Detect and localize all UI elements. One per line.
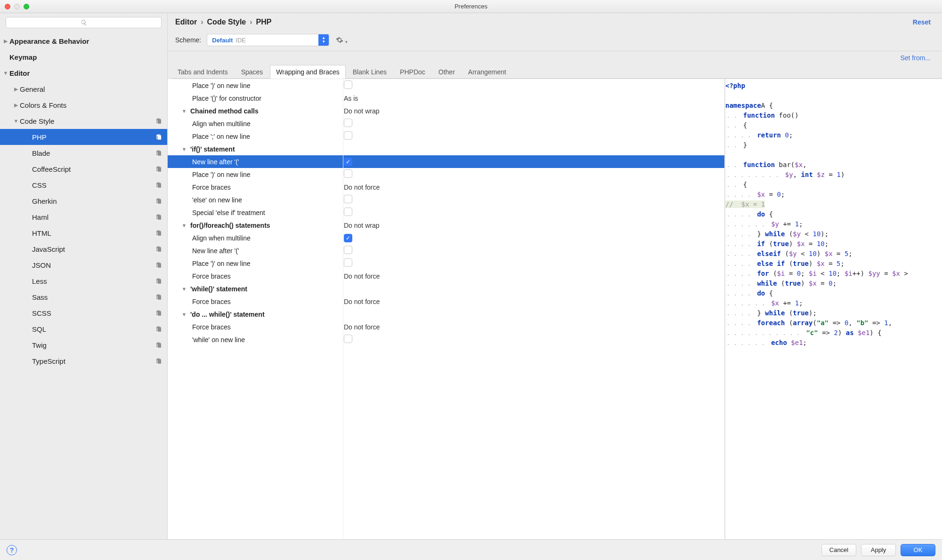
option-row[interactable]: Place ')' on new line [168,168,724,181]
sidebar-item[interactable]: TypeScript [0,353,167,369]
copy-settings-icon[interactable] [155,181,163,189]
search-input[interactable] [6,17,162,28]
option-row[interactable]: ▼for()/foreach() statementsDo not wrap [168,219,724,232]
option-checkbox[interactable] [344,195,352,203]
option-checkbox[interactable] [344,258,352,267]
tab[interactable]: PHPDoc [394,65,431,79]
copy-settings-icon[interactable] [155,117,163,125]
option-row[interactable]: Align when multiline [168,117,724,130]
sidebar-item[interactable]: ▼Editor [0,65,167,81]
copy-settings-icon[interactable] [155,149,163,157]
copy-settings-icon[interactable] [155,357,163,365]
sidebar-item[interactable]: Twig [0,337,167,353]
option-row[interactable]: Align when multiline✓ [168,232,724,244]
option-checkbox[interactable] [344,169,352,178]
option-checkbox[interactable] [344,131,352,140]
option-checkbox[interactable] [344,335,352,343]
sidebar-item[interactable]: ▶Appearance & Behavior [0,33,167,49]
scheme-actions-button[interactable]: ▼ [335,36,344,44]
copy-settings-icon[interactable] [155,229,163,237]
tab[interactable]: Arrangement [462,65,512,79]
option-row[interactable]: Force bracesDo not force [168,270,724,282]
option-checkbox[interactable]: ✓ [344,234,352,242]
sidebar-item[interactable]: PHP [0,129,167,145]
option-checkbox[interactable] [344,208,352,216]
copy-settings-icon[interactable] [155,309,163,317]
set-from-link[interactable]: Set from... [900,54,931,62]
option-row[interactable]: New line after '('✓ [168,155,724,168]
sidebar-item[interactable]: Gherkin [0,193,167,209]
sidebar-item[interactable]: JavaScript [0,241,167,257]
copy-settings-icon[interactable] [155,133,163,141]
sidebar-item[interactable]: ▶General [0,81,167,97]
tab[interactable]: Blank Lines [347,65,393,79]
option-row[interactable]: 'else' on new line [168,193,724,206]
copy-settings-icon[interactable] [155,165,163,173]
option-row[interactable]: 'while' on new line [168,333,724,346]
sidebar-item[interactable]: HTML [0,225,167,241]
option-value[interactable]: Do not force [344,323,380,331]
option-value[interactable]: Do not force [344,298,380,305]
sidebar-item[interactable]: Haml [0,209,167,225]
sidebar-item[interactable]: SQL [0,321,167,337]
reset-link[interactable]: Reset [913,18,931,26]
copy-settings-icon[interactable] [155,341,163,349]
option-row[interactable]: ▼'while()' statement [168,282,724,295]
sidebar-item-label: JavaScript [32,245,155,253]
option-row[interactable]: Force bracesDo not force [168,181,724,193]
tab-body: Place ')' on new linePlace '()' for cons… [168,79,942,539]
breadcrumb-item[interactable]: PHP [256,18,272,26]
breadcrumb-item[interactable]: Code Style [207,18,246,26]
option-row[interactable]: Force bracesDo not force [168,295,724,308]
option-row[interactable]: Place ')' on new line [168,79,724,92]
breadcrumb-sep: › [250,18,252,26]
option-value[interactable]: Do not wrap [344,222,379,229]
sidebar-item[interactable]: Sass [0,289,167,305]
sidebar-item[interactable]: ▼Code Style [0,113,167,129]
option-value[interactable]: As is [344,95,358,102]
copy-settings-icon[interactable] [155,293,163,301]
option-row[interactable]: ▼Chained method callsDo not wrap [168,104,724,117]
code-line: . . . . for ($i = 0; $i < 10; $i++) $yy … [725,269,942,279]
sidebar-item[interactable]: ▶Colors & Fonts [0,97,167,113]
sidebar-item[interactable]: SCSS [0,305,167,321]
sidebar-item[interactable]: JSON [0,257,167,273]
option-row[interactable]: ▼'if()' statement [168,143,724,155]
tab[interactable]: Spaces [235,65,269,79]
copy-settings-icon[interactable] [155,245,163,253]
option-row[interactable]: ▼'do ... while()' statement [168,308,724,320]
tab[interactable]: Other [432,65,461,79]
option-value[interactable]: Do not force [344,184,380,191]
sidebar-item[interactable]: CSS [0,177,167,193]
sidebar-item[interactable]: Keymap [0,49,167,65]
option-row[interactable]: Place ';' on new line [168,130,724,143]
help-button[interactable]: ? [7,545,17,555]
sidebar-item[interactable]: CoffeeScript [0,161,167,177]
copy-settings-icon[interactable] [155,277,163,285]
copy-settings-icon[interactable] [155,325,163,333]
option-row[interactable]: New line after '(' [168,244,724,257]
option-checkbox[interactable] [344,80,352,89]
option-checkbox[interactable] [344,246,352,254]
sidebar-item[interactable]: Blade [0,145,167,161]
copy-settings-icon[interactable] [155,213,163,221]
tab[interactable]: Wrapping and Braces [270,65,345,79]
option-checkbox[interactable]: ✓ [344,158,352,166]
option-value[interactable]: Do not wrap [344,107,379,115]
cancel-button[interactable]: Cancel [821,544,856,556]
code-line [725,150,942,160]
option-row[interactable]: Place ')' on new line [168,257,724,270]
scheme-select[interactable]: Default IDE ▲▼ [207,34,329,46]
option-checkbox[interactable] [344,119,352,127]
option-row[interactable]: Place '()' for constructorAs is [168,92,724,104]
apply-button[interactable]: Apply [861,544,896,556]
sidebar-item[interactable]: Less [0,273,167,289]
option-row[interactable]: Force bracesDo not force [168,320,724,333]
ok-button[interactable]: OK [901,544,935,556]
tab[interactable]: Tabs and Indents [171,65,234,79]
option-row[interactable]: Special 'else if' treatment [168,206,724,219]
copy-settings-icon[interactable] [155,197,163,205]
option-value[interactable]: Do not force [344,272,380,280]
breadcrumb-item[interactable]: Editor [175,18,197,26]
copy-settings-icon[interactable] [155,261,163,269]
